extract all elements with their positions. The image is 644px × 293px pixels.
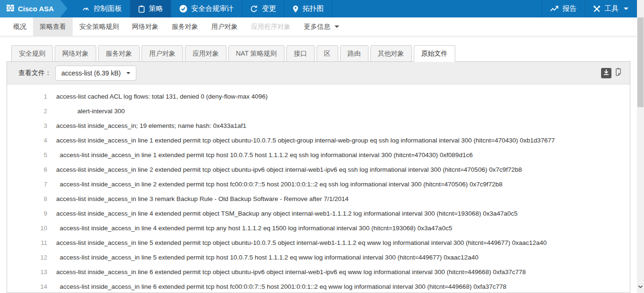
- menubar-item[interactable]: 安全策略规则: [73, 17, 125, 36]
- code-line: 9 access-list inside_access_in line 4 ex…: [7, 206, 630, 221]
- tab[interactable]: 原始文件: [414, 45, 455, 62]
- top-nav-item-label: 报告: [562, 4, 577, 13]
- line-number: 7: [7, 181, 56, 188]
- chevron-down-icon: [335, 25, 339, 28]
- tab[interactable]: 其他对象: [370, 45, 412, 62]
- line-text: access-list cached ACL log flows: total …: [56, 93, 268, 100]
- menubar-item[interactable]: 概况: [7, 17, 33, 36]
- line-text: access-list inside_access_in line 2 exte…: [56, 181, 502, 188]
- menubar-item[interactable]: 更多信息: [297, 17, 346, 36]
- menubar-item-label: 用户对象: [211, 23, 238, 31]
- menubar-item[interactable]: 网络对象: [125, 17, 165, 36]
- line-number: 9: [7, 210, 56, 217]
- tab-label: 服务对象: [106, 50, 132, 57]
- raw-file-content: 1 access-list cached ACL log flows: tota…: [7, 84, 630, 293]
- chart-line-icon: [550, 6, 559, 12]
- code-line: 2 alert-interval 300: [7, 104, 630, 118]
- top-nav-items: 控制面板 策略 安全合规审计 变更 拓扑图: [74, 0, 332, 17]
- map-pin-icon: [293, 5, 299, 13]
- code-line: 7 access-list inside_access_in line 2 ex…: [7, 177, 630, 192]
- top-nav-item[interactable]: 拓扑图: [284, 0, 332, 17]
- line-text: access-list inside_access_in line 4 exte…: [56, 225, 452, 232]
- copy-icon: [614, 67, 624, 79]
- chevron-down-icon: [624, 8, 628, 10]
- top-nav-item-label: 策略: [149, 4, 163, 13]
- vertical-scrollbar[interactable]: [637, 0, 644, 293]
- line-text: access-list inside_access_in line 4 exte…: [56, 210, 518, 217]
- code-line: 8 access-list inside_access_in line 3 re…: [7, 192, 630, 206]
- scrollbar-thumb[interactable]: [637, 17, 644, 107]
- tab[interactable]: 应用对象: [185, 45, 226, 62]
- topbar-spacer: [332, 0, 542, 17]
- tab-label: 用户对象: [149, 50, 176, 57]
- top-nav-item-label: 控制面板: [93, 4, 122, 13]
- tab-label: 网络对象: [62, 50, 89, 57]
- toolbar-actions: [601, 68, 624, 78]
- brand-label: Cisco ASA: [18, 5, 54, 13]
- code-line: 11 access-list inside_access_in line 5 e…: [7, 235, 630, 250]
- line-text: access-list inside_access_in line 5 exte…: [56, 254, 478, 261]
- line-text: access-list inside_access_in line 6 exte…: [56, 283, 506, 290]
- tab-label: 区: [324, 50, 331, 57]
- code-line: 1 access-list cached ACL log flows: tota…: [7, 89, 630, 104]
- line-number: 3: [7, 122, 56, 129]
- tab-label: 路由: [348, 50, 361, 57]
- top-nav-item-label: 安全合规审计: [191, 4, 234, 13]
- line-number: 12: [7, 254, 56, 261]
- top-nav-item[interactable]: 报告: [542, 0, 585, 17]
- line-number: 2: [7, 108, 56, 115]
- line-number: 1: [7, 93, 56, 100]
- tab[interactable]: 区: [317, 45, 338, 62]
- tab[interactable]: 路由: [340, 45, 368, 62]
- tab[interactable]: NAT 策略规则: [228, 45, 284, 62]
- line-number: 6: [7, 166, 56, 173]
- code-line: 3 access-list inside_access_in; 19 eleme…: [7, 118, 630, 133]
- file-select-dropdown[interactable]: access-list (6.39 kB): [55, 66, 136, 81]
- menubar-item-label: 服务对象: [172, 23, 198, 31]
- app-window: Cisco ASA 控制面板 策略 安全合规审计 变更: [0, 0, 637, 293]
- line-number: 11: [7, 239, 56, 246]
- line-number: 4: [7, 137, 56, 144]
- menubar-item[interactable]: 应用程序对象: [244, 17, 297, 36]
- top-nav-item[interactable]: 策略: [130, 0, 171, 17]
- menubar-item-label: 更多信息: [304, 23, 330, 31]
- tab[interactable]: 安全规则: [11, 45, 53, 62]
- chevron-down-icon: [126, 72, 130, 74]
- check-circle-icon: [179, 5, 187, 13]
- code-line: 10 access-list inside_access_in line 4 e…: [7, 221, 630, 235]
- brand-cisco-asa[interactable]: Cisco ASA: [0, 0, 60, 17]
- line-text: access-list inside_access_in line 1 exte…: [56, 137, 555, 144]
- menubar-item[interactable]: 用户对象: [205, 17, 244, 36]
- line-number: 5: [7, 151, 56, 159]
- top-nav-item[interactable]: 工具: [585, 0, 637, 17]
- tab[interactable]: 用户对象: [142, 45, 183, 62]
- menubar-item[interactable]: 服务对象: [165, 17, 205, 36]
- line-number: 14: [7, 283, 56, 290]
- line-text: alert-interval 300: [56, 108, 125, 115]
- menubar-item[interactable]: 策略查看: [33, 17, 73, 36]
- gauge-icon: [82, 5, 90, 12]
- line-text: access-list inside_access_in line 3 rema…: [56, 195, 349, 202]
- scroll-down-arrow[interactable]: [638, 282, 643, 291]
- line-text: access-list inside_access_in line 1 exte…: [56, 151, 473, 159]
- tab[interactable]: 接口: [286, 45, 315, 62]
- refresh-icon: [250, 5, 258, 13]
- top-nav-right-items: 报告 工具: [542, 0, 637, 17]
- top-nav-item[interactable]: 安全合规审计: [171, 0, 242, 17]
- top-nav-item-label: 变更: [262, 4, 276, 13]
- tab[interactable]: 服务对象: [98, 45, 140, 62]
- tab-label: 应用对象: [192, 50, 219, 57]
- top-nav-item[interactable]: 变更: [242, 0, 284, 17]
- raw-file-panel: 查看文件： access-list (6.39 kB): [7, 61, 630, 293]
- top-navbar: Cisco ASA 控制面板 策略 安全合规审计 变更: [0, 0, 637, 17]
- top-nav-item[interactable]: 控制面板: [74, 0, 130, 17]
- line-number: 10: [7, 225, 56, 232]
- tab-label: 安全规则: [19, 50, 45, 57]
- download-button[interactable]: [601, 68, 611, 78]
- clipboard-icon: [138, 5, 145, 13]
- tab-label: 原始文件: [421, 50, 448, 57]
- file-viewer-toolbar: 查看文件： access-list (6.39 kB): [7, 62, 630, 84]
- firewall-brick-icon: [7, 5, 14, 13]
- copy-button[interactable]: [614, 68, 624, 78]
- tab[interactable]: 网络对象: [55, 45, 96, 62]
